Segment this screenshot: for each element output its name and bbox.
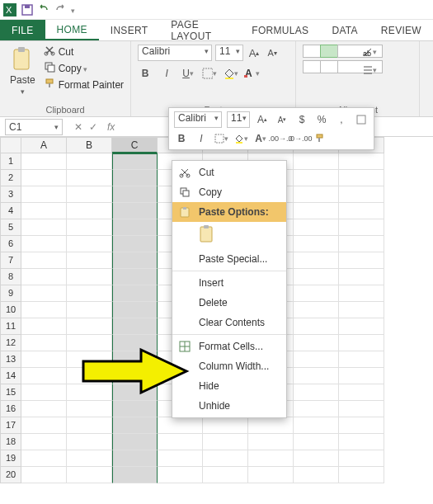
cell[interactable]	[203, 434, 248, 450]
bold-button[interactable]: B	[138, 66, 153, 81]
cell[interactable]	[21, 186, 67, 203]
cell[interactable]	[158, 450, 203, 467]
cell[interactable]	[248, 467, 294, 483]
mini-increase-decimal-icon[interactable]: .0→.00	[293, 131, 308, 146]
cell[interactable]	[112, 186, 158, 203]
row-header[interactable]: 15	[0, 384, 21, 401]
ctx-delete[interactable]: Delete	[172, 293, 286, 313]
mini-font-size[interactable]: 11	[227, 111, 250, 128]
cell[interactable]	[21, 467, 67, 483]
ctx-unhide[interactable]: Unhide	[172, 396, 286, 416]
redo-icon[interactable]	[54, 4, 66, 16]
cell[interactable]	[21, 335, 67, 351]
indent-button[interactable]	[362, 63, 377, 78]
cell[interactable]	[339, 351, 384, 368]
undo-icon[interactable]	[38, 4, 49, 16]
cell[interactable]	[21, 351, 67, 368]
cell[interactable]	[294, 450, 339, 467]
cell[interactable]	[112, 219, 158, 236]
cell[interactable]	[21, 450, 67, 467]
decrease-font-icon[interactable]: A▾	[265, 45, 280, 60]
cell[interactable]	[339, 236, 384, 252]
mini-increase-font-icon[interactable]: A▴	[255, 112, 270, 127]
tab-insert[interactable]: INSERT	[99, 20, 160, 40]
row-header[interactable]: 17	[0, 417, 21, 434]
mini-fill-icon[interactable]	[233, 131, 248, 146]
cell[interactable]	[112, 236, 158, 252]
row-header[interactable]: 12	[0, 335, 21, 351]
cell[interactable]	[67, 285, 112, 302]
cell[interactable]	[112, 203, 158, 219]
borders-button[interactable]	[202, 66, 217, 81]
font-color-button[interactable]: A	[245, 66, 260, 81]
cell[interactable]	[339, 335, 384, 351]
cell[interactable]	[158, 467, 203, 483]
font-name-select[interactable]: Calibri	[138, 45, 212, 61]
cell[interactable]	[294, 401, 339, 417]
cell[interactable]	[112, 434, 158, 450]
mini-font-color-icon[interactable]: A	[253, 131, 268, 146]
row-header[interactable]: 1	[0, 153, 21, 170]
cell[interactable]	[112, 170, 158, 186]
cell[interactable]	[67, 434, 112, 450]
cell[interactable]	[339, 318, 384, 335]
cell[interactable]	[294, 417, 339, 434]
paste-button[interactable]: Paste ▾	[7, 45, 39, 97]
cell[interactable]	[67, 467, 112, 483]
cell[interactable]	[112, 450, 158, 467]
cell[interactable]	[112, 417, 158, 434]
cell[interactable]	[294, 186, 339, 203]
cell[interactable]	[112, 285, 158, 302]
cell[interactable]	[21, 401, 67, 417]
cell[interactable]	[248, 434, 294, 450]
font-size-select[interactable]: 11	[215, 45, 243, 61]
tab-formulas[interactable]: FORMULAS	[240, 20, 320, 40]
cell[interactable]	[339, 285, 384, 302]
cell[interactable]	[294, 302, 339, 318]
cut-button[interactable]: Cut	[44, 45, 124, 59]
cell[interactable]	[339, 170, 384, 186]
row-header[interactable]: 7	[0, 252, 21, 269]
row-header[interactable]: 11	[0, 318, 21, 335]
ctx-copy[interactable]: Copy	[172, 182, 286, 202]
cell[interactable]	[339, 269, 384, 285]
cell[interactable]	[294, 318, 339, 335]
cell[interactable]	[67, 153, 112, 170]
name-box[interactable]: C1	[5, 119, 63, 135]
row-header[interactable]: 18	[0, 434, 21, 450]
tab-home[interactable]: HOME	[45, 20, 99, 40]
row-header[interactable]: 10	[0, 302, 21, 318]
cell[interactable]	[339, 450, 384, 467]
mini-percent-icon[interactable]: %	[314, 112, 329, 127]
cell[interactable]	[112, 318, 158, 335]
format-painter-button[interactable]: Format Painter	[44, 78, 124, 92]
cell[interactable]	[294, 467, 339, 483]
mini-italic-icon[interactable]: I	[194, 131, 209, 146]
row-header[interactable]: 6	[0, 236, 21, 252]
italic-button[interactable]: I	[159, 66, 174, 81]
row-header[interactable]: 19	[0, 450, 21, 467]
enter-icon[interactable]: ✓	[89, 121, 97, 133]
tab-file[interactable]: FILE	[0, 20, 45, 40]
cell[interactable]	[294, 219, 339, 236]
cell[interactable]	[21, 170, 67, 186]
cell[interactable]	[339, 434, 384, 450]
mini-decrease-font-icon[interactable]: A▾	[275, 112, 289, 127]
cell[interactable]	[339, 153, 384, 170]
cell[interactable]	[112, 467, 158, 483]
cell[interactable]	[67, 219, 112, 236]
cell[interactable]	[339, 401, 384, 417]
cell[interactable]	[339, 219, 384, 236]
mini-format-painter-icon[interactable]	[313, 131, 327, 146]
cell[interactable]	[21, 434, 67, 450]
cell[interactable]	[21, 153, 67, 170]
cell[interactable]	[67, 302, 112, 318]
orientation-button[interactable]: ab	[362, 45, 377, 59]
cell[interactable]	[21, 302, 67, 318]
cell[interactable]	[112, 252, 158, 269]
cell[interactable]	[67, 269, 112, 285]
mini-accounting-icon[interactable]: $	[294, 112, 309, 127]
tab-data[interactable]: DATA	[320, 20, 369, 40]
alignment-buttons[interactable]	[303, 45, 352, 73]
mini-bold-icon[interactable]: B	[174, 131, 189, 146]
